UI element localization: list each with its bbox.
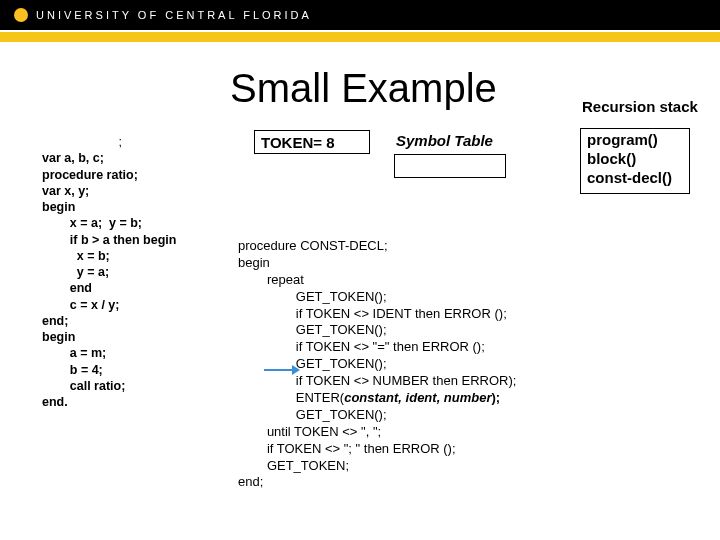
symbol-table-label: Symbol Table <box>396 132 493 149</box>
arrow-icon <box>264 366 300 374</box>
stack-item: program() <box>587 131 683 150</box>
brand-header: UNIVERSITY OF CENTRAL FLORIDA <box>0 0 720 30</box>
token-value: TOKEN= 8 <box>261 134 335 151</box>
procedure-code-right: procedure CONST-DECL; begin repeat GET_T… <box>238 238 516 491</box>
stack-item: block() <box>587 150 683 169</box>
recursion-stack-box: program() block() const-decl() <box>580 128 690 194</box>
recursion-stack-label: Recursion stack <box>582 98 698 115</box>
symbol-table-box <box>394 154 506 178</box>
stack-item: const-decl() <box>587 169 683 188</box>
brand-text: UNIVERSITY OF CENTRAL FLORIDA <box>36 9 312 21</box>
slide-body: Small Example Recursion stack TOKEN= 8 S… <box>0 42 720 540</box>
logo-icon <box>14 8 28 22</box>
gold-divider <box>0 32 720 42</box>
slide-title: Small Example <box>230 66 497 111</box>
token-box: TOKEN= 8 <box>254 130 370 154</box>
source-code-left: ; var a, b, c; procedure ratio; var x, y… <box>42 134 176 410</box>
